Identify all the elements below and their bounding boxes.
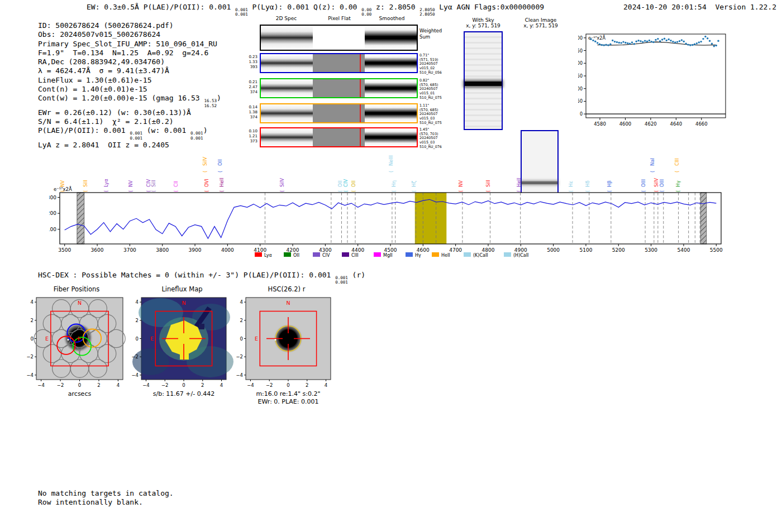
emission-line-label: Hδ xyxy=(585,180,590,187)
svg-text:0: 0 xyxy=(182,382,185,388)
with-sky-image xyxy=(464,31,503,130)
svg-text:5300: 5300 xyxy=(645,247,657,253)
svg-text:(: ( xyxy=(389,171,394,172)
svg-text:e⁻¹⁷x2Å: e⁻¹⁷x2Å xyxy=(588,35,605,41)
info-line-6: λ = 4624.47Å σ = 9.41(±3.47)Å xyxy=(38,66,221,75)
info-line-5: RA,Dec (208.883942,49.034760) xyxy=(38,57,221,66)
info-line-9: Cont(w) = 1.20(±0.00)e-15 (gmag 16.53 16… xyxy=(38,94,221,108)
svg-text:3900: 3900 xyxy=(189,247,202,253)
svg-text:3500: 3500 xyxy=(58,247,71,253)
white-speck xyxy=(67,339,69,341)
svg-text:4700: 4700 xyxy=(449,247,462,253)
svg-text:100: 100 xyxy=(578,87,583,92)
clean-image-coords: x, y: 571, 519 xyxy=(513,23,569,28)
emission-line-label: NV xyxy=(458,180,464,187)
fiber-2d-spec-image xyxy=(261,54,313,72)
svg-text:4200: 4200 xyxy=(287,247,299,253)
svg-text:(: ( xyxy=(459,190,464,192)
svg-text:4500: 4500 xyxy=(384,247,397,253)
svg-text:250: 250 xyxy=(578,49,583,54)
fiber-strip-right-labels: 1.11"(570, 685)20240507v015_03510_RU_075 xyxy=(419,104,453,125)
legend-swatch xyxy=(504,252,511,257)
legend-swatch xyxy=(374,252,381,257)
info-line-2: Obs: 20240507v015_5002678624 xyxy=(38,30,221,39)
with-sky-header: With Sky x, y: 571, 519 xyxy=(455,17,511,29)
emission-line-label: Hζ xyxy=(411,181,417,187)
svg-text:(: ( xyxy=(585,190,590,192)
emission-line-label: Hβ xyxy=(607,180,612,187)
svg-text:(: ( xyxy=(676,190,681,192)
fiber-2d-spec-image xyxy=(261,104,313,122)
legend-swatch xyxy=(464,252,471,257)
svg-text:0: 0 xyxy=(31,336,34,342)
info-line-3: Primary Spec_Slot_IFU_AMP: 510_096_014_R… xyxy=(38,40,221,49)
hsc-caption-2: EWr: 0. PLAE: 0.001 xyxy=(258,398,318,405)
fiber-positions-title: Fiber Positions xyxy=(21,285,132,293)
svg-text:(: ( xyxy=(146,190,151,192)
svg-text:(: ( xyxy=(517,190,522,192)
info-line-7: LineFlux = 1.30(±0.61)e-15 xyxy=(38,76,221,85)
compass-east-label: E xyxy=(255,336,258,342)
emission-line-label: SiIV xyxy=(654,178,659,187)
detection-info-block: ID: 5002678624 (5002678624.pdf)Obs: 2024… xyxy=(38,21,221,150)
header-summary-line: EW: 0.3±0.5Å P(LAE)/P(OII): 0.001 0.0010… xyxy=(87,3,544,17)
col-header-pixel-flat: Pixel Flat xyxy=(313,16,366,21)
emission-line-label: SiIV xyxy=(202,157,208,166)
clean-image-title: Clean Image xyxy=(513,17,569,23)
svg-text:4: 4 xyxy=(220,382,223,388)
svg-text:(: ( xyxy=(83,190,88,192)
hsc-cutout-title: HSC(26.2) r xyxy=(231,285,342,293)
hsc-cutout-panel: N E m:16.0 re:1.4" s:0.2" EWr: 0. PLAE: … xyxy=(231,295,342,415)
svg-text:−2: −2 xyxy=(131,354,139,360)
svg-text:−2: −2 xyxy=(57,382,64,388)
legend-label: CIII xyxy=(351,253,359,258)
fiber-positions-panel: N E arcsecs −4−4−2−2002244 xyxy=(21,295,132,406)
fiber-2d-spec-image xyxy=(261,79,313,97)
svg-text:(: ( xyxy=(392,190,397,192)
legend-label: MgII xyxy=(383,253,393,258)
emission-line-label: NeIII xyxy=(388,155,394,166)
svg-text:(: ( xyxy=(151,190,156,192)
fiber-smoothed-image xyxy=(365,79,417,97)
fiber-smoothed-image xyxy=(365,128,417,146)
fiber-pixel-flat-image xyxy=(313,128,365,146)
svg-text:−4: −4 xyxy=(26,372,34,378)
legend-label: Hγ xyxy=(415,253,421,258)
svg-text:(: ( xyxy=(338,190,343,192)
fiber-strip-row xyxy=(260,53,418,73)
catalog-note-line1: No matching targets in catalog. xyxy=(38,489,174,498)
fiber-strip-right-labels: 1.45"(570, 703)20240507v015_03510_RU_076 xyxy=(419,128,453,149)
emission-line-label: Hε xyxy=(568,181,574,187)
svg-text:5100: 5100 xyxy=(579,247,592,253)
emission-line-label: Lyα xyxy=(103,179,109,187)
line-zoom-plot: 05010015020025030045804600462046404660e⁻… xyxy=(578,27,740,133)
svg-text:4: 4 xyxy=(117,382,120,388)
svg-text:(: ( xyxy=(104,190,109,192)
fiber-smoothed-image xyxy=(365,104,417,122)
emission-line-label: NaI xyxy=(650,158,655,166)
legend-swatch xyxy=(313,252,320,257)
legend-label: CIV xyxy=(322,253,330,258)
svg-text:0: 0 xyxy=(136,336,139,342)
info-line-8: Cont(n) = 1.40(±0.01)e-15 xyxy=(38,85,221,94)
white-speck xyxy=(274,339,276,341)
svg-text:−4: −4 xyxy=(142,382,150,388)
svg-text:(: ( xyxy=(218,171,223,172)
timestamp: 2024-10-20 20:01:54 xyxy=(623,3,707,11)
info-line-4: F=1.9" T=0.134 N=1.25 A=0.92 g=24.6 xyxy=(38,49,221,57)
svg-text:−2: −2 xyxy=(266,382,273,388)
legend-swatch xyxy=(342,252,349,257)
svg-text:(: ( xyxy=(203,171,208,172)
fiber-strip-right-labels: 0.82"(570, 685)20240507v015_01510_RU_075 xyxy=(419,79,453,100)
fiber-pixel-flat-image xyxy=(313,104,365,122)
emission-line-label: CIII xyxy=(674,159,680,166)
svg-text:2: 2 xyxy=(306,382,308,388)
fiber-xlabel: arcsecs xyxy=(68,390,92,397)
with-sky-trace-band xyxy=(465,82,502,86)
svg-text:(: ( xyxy=(344,190,349,192)
clean-image-header: Clean Image x, y: 571, 519 xyxy=(513,17,569,29)
hsc-caption-1: m:16.0 re:1.4" s:0.2" xyxy=(256,390,320,397)
emission-line-label: Hγ xyxy=(675,181,681,187)
svg-text:100: 100 xyxy=(49,227,56,232)
lineflux-map-panel: N E s/b: 11.67 +/- 0.442 −4−4−2−2002244 xyxy=(126,295,238,406)
